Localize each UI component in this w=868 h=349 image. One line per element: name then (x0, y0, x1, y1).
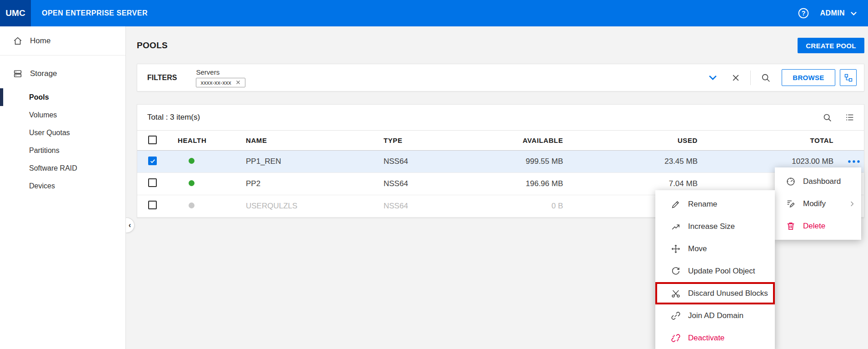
pool-type: NSS64 (384, 157, 474, 166)
pool-name: PP1_REN (246, 157, 384, 166)
top-bar: UMC OPEN ENTERPRISE SERVER ? ADMIN (0, 0, 868, 26)
sidebar-item-pools[interactable]: Pools (0, 88, 125, 106)
admin-user-menu[interactable]: ADMIN (820, 9, 858, 18)
menu-item-update-pool-object[interactable]: Update Pool Object (655, 260, 775, 282)
row-checkbox[interactable] (148, 178, 157, 187)
filters-label: FILTERS (147, 74, 177, 82)
filters-clear-close-icon[interactable] (731, 73, 740, 82)
row-checkbox[interactable] (148, 201, 157, 209)
product-title: OPEN ENTERPRISE SERVER (42, 9, 148, 17)
pool-name: USERQULZLS (246, 202, 384, 211)
pool-type: NSS64 (384, 202, 474, 211)
column-header-available: AVAILABLE (474, 137, 563, 144)
server-chip-value: xxxx-xx-xxx (200, 79, 231, 86)
table-header-row: HEALTH NAME TYPE AVAILABLE USED TOTAL (137, 131, 864, 151)
menu-item-deactivate[interactable]: Deactivate (655, 327, 775, 349)
storage-subnav: Pools Volumes User Quotas Partitions Sof… (0, 88, 125, 195)
pool-available: 0 B (474, 202, 563, 211)
create-pool-button[interactable]: CREATE POOL (798, 38, 864, 53)
sidebar: Home Storage Pools Volumes User Quotas P… (0, 26, 126, 349)
menu-item-delete[interactable]: Delete (775, 215, 861, 237)
servers-filter-label: Servers (196, 68, 245, 76)
table-toolbar: Total : 3 item(s) (137, 105, 864, 131)
health-status-dot (189, 180, 195, 186)
broken-link-icon (671, 333, 681, 343)
filters-search-icon[interactable] (761, 73, 771, 83)
row-checkbox[interactable] (148, 157, 157, 165)
refresh-icon (671, 266, 681, 276)
topbar-right: ? ADMIN (798, 0, 858, 26)
menu-item-increase-size[interactable]: Increase Size (655, 215, 775, 238)
pool-available: 999.55 MB (474, 157, 563, 166)
chevron-down-icon (849, 9, 858, 18)
table-toolbar-actions (823, 112, 855, 122)
filters-actions: BROWSE (707, 69, 857, 86)
menu-item-modify[interactable]: Modify (775, 192, 861, 215)
column-header-type: TYPE (384, 137, 474, 144)
column-header-name: NAME (246, 137, 384, 144)
admin-label: ADMIN (820, 9, 845, 17)
filters-expand-chevron-down-icon[interactable] (707, 72, 718, 83)
umc-logo: UMC (0, 0, 31, 26)
tree-view-button[interactable] (840, 69, 857, 86)
sidebar-item-label: Home (30, 36, 50, 46)
home-icon (13, 36, 23, 46)
chip-close-icon[interactable] (235, 80, 241, 85)
move-icon (671, 244, 681, 254)
more-options-button[interactable] (847, 159, 861, 164)
health-status-dot (189, 158, 195, 164)
trash-icon (786, 221, 796, 231)
menu-item-discard-unused-blocks[interactable]: Discard Unused Blocks (655, 282, 775, 304)
pool-used: 23.45 MB (563, 157, 698, 166)
modify-icon (786, 199, 796, 209)
dashboard-icon (786, 177, 796, 187)
row-actions-menu: Dashboard Modify Delete (775, 167, 861, 240)
pool-type: NSS64 (384, 179, 474, 188)
menu-item-dashboard[interactable]: Dashboard (775, 170, 861, 192)
column-header-health: HEALTH (178, 137, 246, 144)
menu-item-rename[interactable]: Rename (655, 193, 775, 215)
menu-item-join-ad-domain[interactable]: Join AD Domain (655, 304, 775, 327)
sidebar-collapse-button[interactable]: ‹ (125, 217, 135, 233)
sidebar-item-user-quotas[interactable]: User Quotas (0, 124, 125, 142)
filters-bar: FILTERS Servers xxxx-xx-xxx BROWSE (137, 64, 864, 91)
help-icon[interactable]: ? (798, 7, 809, 19)
divider (750, 71, 751, 85)
list-view-icon[interactable] (845, 112, 855, 122)
server-filter-chip: xxxx-xx-xxx (196, 78, 245, 87)
sidebar-item-partitions[interactable]: Partitions (0, 142, 125, 159)
total-count-label: Total : 3 item(s) (147, 113, 200, 122)
link-icon (671, 311, 681, 321)
pool-name: PP2 (246, 179, 384, 188)
svg-text:?: ? (801, 10, 805, 17)
browse-button[interactable]: BROWSE (782, 69, 835, 86)
scissors-icon (671, 288, 681, 298)
pencil-icon (671, 199, 681, 209)
pool-total: 1023.00 MB (698, 157, 833, 166)
sidebar-item-volumes[interactable]: Volumes (0, 106, 125, 124)
increase-size-icon (671, 222, 681, 232)
column-header-total: TOTAL (698, 137, 833, 144)
table-row[interactable]: PP1_REN NSS64 999.55 MB 23.45 MB 1023.00… (137, 151, 864, 173)
sidebar-item-software-raid[interactable]: Software RAID (0, 159, 125, 177)
table-search-icon[interactable] (823, 113, 832, 122)
chevron-right-icon (848, 200, 856, 207)
servers-filter-group: Servers xxxx-xx-xxx (196, 68, 245, 87)
tree-icon (844, 73, 853, 82)
pool-context-menu: Rename Increase Size Move Update Pool Ob… (655, 190, 775, 349)
pool-used: 7.04 MB (563, 179, 698, 188)
column-header-used: USED (563, 137, 698, 144)
storage-icon (13, 69, 23, 79)
sidebar-item-storage[interactable]: Storage (0, 62, 125, 86)
pool-available: 196.96 MB (474, 179, 563, 188)
chevron-left-icon: ‹ (129, 221, 131, 230)
sidebar-item-home[interactable]: Home (0, 26, 125, 56)
sidebar-item-devices[interactable]: Devices (0, 177, 125, 195)
health-status-dot (189, 202, 195, 208)
select-all-checkbox[interactable] (148, 136, 157, 144)
menu-item-move[interactable]: Move (655, 238, 775, 260)
sidebar-item-label: Storage (30, 69, 57, 78)
page-title: POOLS (137, 40, 168, 51)
